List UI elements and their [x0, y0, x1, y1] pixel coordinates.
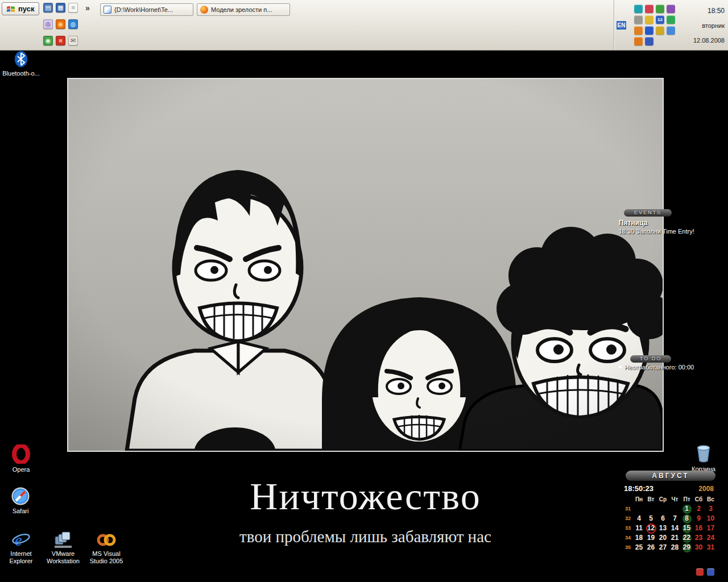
calendar-day[interactable]: 21 — [669, 533, 681, 543]
tray-agent-icon[interactable] — [645, 5, 653, 13]
events-entry[interactable]: 18:30 Заполни Time Entry! — [619, 228, 698, 235]
calendar-day[interactable]: 11 — [633, 523, 645, 533]
desktop-icon-vmware-workstation[interactable]: VMware Workstation — [43, 531, 84, 566]
notepad-icon[interactable]: ≡ — [68, 3, 78, 13]
events-day-label: Пятница — [619, 219, 698, 227]
calendar-day[interactable]: 19 — [645, 533, 657, 543]
clock-weekday: вторник — [693, 18, 725, 33]
todo-widget: TO DO Неотработанного: 00:00 — [619, 355, 698, 371]
start-button[interactable]: пуск — [2, 2, 39, 15]
desktop-icon-label: MS Visual Studio 2005 — [86, 550, 127, 565]
taskbar-button-label: Модели зрелости п... — [211, 6, 272, 13]
calendar-day[interactable]: 6 — [657, 514, 669, 523]
calendar-week-number: 32 — [622, 514, 633, 523]
calendar-day[interactable]: 2 — [693, 504, 705, 514]
event-category-red-icon[interactable] — [696, 568, 704, 576]
desktop-icon-visual-studio-2005[interactable]: MS Visual Studio 2005 — [86, 531, 127, 566]
calendar-day[interactable]: 29 — [681, 543, 693, 552]
desktop-icon-bluetooth[interactable]: Bluetooth-о... — [1, 51, 42, 78]
calendar-day[interactable]: 16 — [693, 523, 705, 533]
tray-bluetooth-icon[interactable] — [645, 26, 653, 35]
calendar-day[interactable]: 13 — [657, 523, 669, 533]
calendar-day[interactable]: 3 — [705, 504, 717, 514]
todo-bullet-icon — [619, 365, 622, 368]
calendar-widget: АВГУСТ 18:50:23 2008 ПнВтСрЧтПтСбВс31123… — [622, 471, 719, 552]
calendar-day[interactable]: 1 — [681, 504, 693, 514]
taskbar-button-explorer-window[interactable]: {D:\Work\Hornet\Te... — [100, 3, 193, 16]
calendar-week-number: 31 — [622, 504, 633, 514]
calendar-day[interactable]: 10 — [705, 514, 717, 523]
calendar-day[interactable]: 12 — [645, 523, 657, 533]
desktop-icon-opera[interactable]: Opera — [1, 444, 42, 474]
tray-updater-icon[interactable] — [634, 26, 643, 35]
system-tray: EN 12 18:50 вторник 12.08.2008 — [614, 0, 728, 50]
calendar-day[interactable]: 17 — [705, 523, 717, 533]
calendar-day[interactable]: 22 — [681, 533, 693, 543]
calendar-empty-cell — [633, 504, 645, 514]
desktop-icon-recycle-bin[interactable]: Корзина — [683, 443, 724, 473]
search-icon[interactable]: ◎ — [43, 19, 53, 29]
tray-scheduler-icon[interactable] — [634, 37, 643, 45]
tray-keyboard-layout-icon[interactable]: 12 — [656, 15, 664, 24]
journal-icon[interactable]: ▤ — [43, 3, 53, 13]
tray-mouse-icon[interactable] — [634, 15, 643, 24]
todo-entry[interactable]: Неотработанного: 00:00 — [619, 364, 698, 371]
desktop-icon-internet-explorer[interactable]: e Internet Explorer — [1, 531, 42, 566]
spreadsheet-icon[interactable]: ▦ — [56, 3, 65, 13]
calendar-subheader: 18:50:23 2008 — [622, 481, 719, 494]
calendar-day[interactable]: 4 — [633, 514, 645, 523]
calendar-empty-cell — [645, 504, 657, 514]
internet-explorer-icon: e — [11, 531, 31, 549]
events-widget: EVENTS Пятница 18:30 Заполни Time Entry! — [619, 209, 698, 235]
desktop-icon-safari[interactable]: Safari — [0, 487, 41, 516]
tray-clock[interactable]: 18:50 вторник 12.08.2008 — [693, 3, 725, 48]
tray-network-icon[interactable] — [667, 15, 675, 24]
taskbar-window-buttons: {D:\Work\Hornet\Te... Модели зрелости п.… — [100, 3, 290, 16]
todo-widget-header[interactable]: TO DO — [630, 355, 671, 363]
tray-messenger-icon[interactable] — [634, 5, 643, 13]
visual-studio-icon — [97, 531, 116, 549]
calendar-day[interactable]: 24 — [705, 533, 717, 543]
calendar-day[interactable]: 28 — [669, 543, 681, 552]
taskbar-button-firefox-window[interactable]: Модели зрелости п... — [197, 3, 290, 16]
calendar-day[interactable]: 25 — [633, 543, 645, 552]
calendar-day[interactable]: 8 — [681, 514, 693, 523]
calendar-day[interactable]: 26 — [645, 543, 657, 552]
tray-firewall-icon[interactable] — [645, 37, 653, 45]
tray-antivirus-icon[interactable] — [656, 5, 664, 13]
desktop-icon-label: VMware Workstation — [43, 550, 84, 565]
calendar-day[interactable]: 20 — [657, 533, 669, 543]
calendar-day[interactable]: 27 — [657, 543, 669, 552]
calendar-corner-cell — [622, 494, 633, 504]
calendar-weekday-header: Ср — [657, 494, 669, 504]
calendar-day[interactable]: 5 — [645, 514, 657, 523]
firefox-icon[interactable]: ◉ — [56, 19, 65, 29]
calendar-day[interactable]: 9 — [693, 514, 705, 523]
viewer-eye-icon[interactable]: ◉ — [43, 36, 53, 45]
language-indicator[interactable]: EN — [617, 21, 626, 30]
quick-launch-overflow-chevron-icon[interactable]: » — [85, 3, 90, 13]
calendar-month-header[interactable]: АВГУСТ — [626, 471, 715, 481]
clock-time: 18:50 — [693, 3, 725, 18]
calendar-day[interactable]: 15 — [681, 523, 693, 533]
red-app-icon[interactable]: ■ — [56, 36, 65, 45]
calendar-day[interactable]: 14 — [669, 523, 681, 533]
events-widget-header[interactable]: EVENTS — [624, 209, 672, 217]
tray-battery-icon[interactable] — [656, 26, 664, 35]
calendar-week-number: 33 — [622, 523, 633, 533]
calendar-day[interactable]: 31 — [705, 543, 717, 552]
wallpaper-title: Ничтожество — [67, 474, 664, 519]
calendar-day[interactable]: 30 — [693, 543, 705, 552]
task-category-blue-icon[interactable] — [707, 568, 714, 576]
calendar-day[interactable]: 7 — [669, 514, 681, 523]
mail-icon[interactable]: ✉ — [68, 36, 78, 45]
tray-display-icon[interactable] — [667, 26, 675, 35]
globe-browser-icon[interactable]: ◍ — [68, 19, 78, 29]
tray-skype-icon[interactable] — [667, 5, 675, 13]
calendar-day[interactable]: 18 — [633, 533, 645, 543]
tray-icons: 12 — [633, 3, 676, 47]
calendar-year: 2008 — [698, 485, 714, 493]
tray-volume-icon[interactable] — [645, 15, 653, 24]
windows-logo-icon — [6, 5, 15, 13]
calendar-day[interactable]: 23 — [693, 533, 705, 543]
